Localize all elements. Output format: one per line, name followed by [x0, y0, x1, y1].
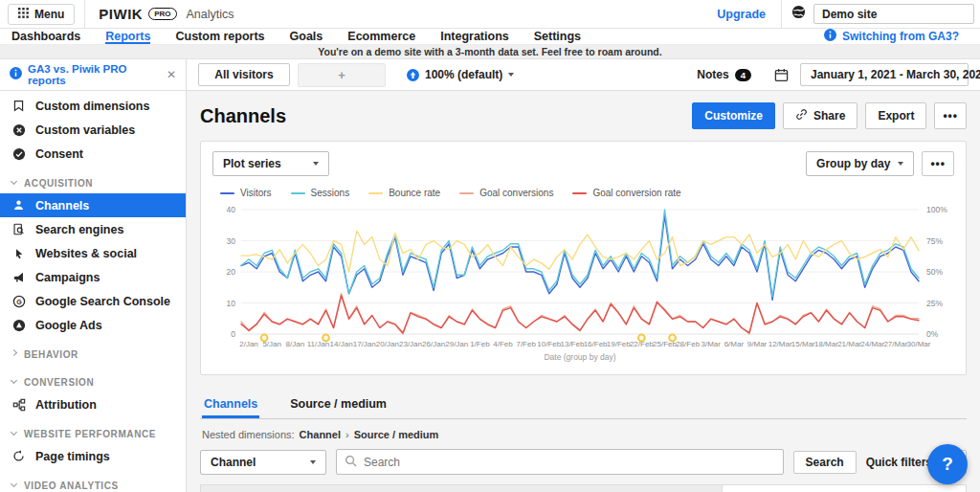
svg-text:25%: 25%: [926, 299, 943, 308]
app-window: Menu PIWIK PRO Analytics Upgrade Demo si…: [0, 0, 980, 492]
sub-tab-source-medium[interactable]: Source / medium: [288, 391, 389, 418]
google-search-console-icon: G: [11, 295, 26, 308]
chevron-down-icon: [11, 429, 17, 436]
legend-swatch: [459, 192, 474, 194]
legend-swatch: [368, 192, 383, 194]
sidebar-item-label: Websites & social: [35, 247, 137, 260]
legend-item-bounce-rate[interactable]: Bounce rate: [368, 188, 440, 198]
group-by-dropdown[interactable]: Group by day: [806, 151, 914, 176]
sidebar-section-acquisition[interactable]: ACQUISITION: [0, 172, 186, 193]
calendar-icon[interactable]: [774, 68, 789, 82]
chevron-down-icon: [508, 73, 514, 77]
ga3-vs-piwik-link[interactable]: GA3 vs. Piwik PRO reports: [28, 63, 161, 86]
sidebar-section-video-analytics[interactable]: VIDEO ANALYTICS: [0, 475, 186, 492]
more-options-button[interactable]: •••: [934, 102, 967, 129]
svg-text:14/Jan: 14/Jan: [330, 340, 353, 348]
chart-more-button[interactable]: •••: [922, 151, 954, 176]
search-engines-icon: [11, 223, 26, 235]
sidebar-item-campaigns[interactable]: Campaigns: [0, 265, 186, 289]
svg-text:10: 10: [227, 299, 236, 308]
legend-item-visitors[interactable]: Visitors: [220, 188, 272, 198]
legend-label: Visitors: [240, 188, 272, 198]
legend-item-goal-conversions[interactable]: Goal conversions: [459, 188, 553, 198]
export-button[interactable]: Export: [865, 102, 926, 129]
top-bar: Menu PIWIK PRO Analytics Upgrade Demo si…: [0, 0, 980, 29]
svg-text:13/Feb: 13/Feb: [561, 340, 585, 348]
legend-item-goal-conversion-rate[interactable]: Goal conversion rate: [572, 188, 680, 198]
sidebar-item-custom-variables[interactable]: Custom variables: [0, 118, 186, 142]
switching-from-ga3-link[interactable]: Switching from GA3?: [824, 29, 959, 44]
sidebar-item-google-search-console[interactable]: GGoogle Search Console: [0, 289, 186, 313]
nav-tab-dashboards[interactable]: Dashboards: [11, 29, 80, 44]
help-button[interactable]: ?: [927, 444, 968, 484]
close-icon[interactable]: ✕: [167, 69, 176, 80]
sidebar-item-search-engines[interactable]: Search engines: [0, 217, 186, 241]
search-box: [336, 449, 784, 475]
nav-tab-settings[interactable]: Settings: [534, 29, 581, 44]
svg-text:8/Jan: 8/Jan: [286, 340, 305, 348]
sidebar-item-page-timings[interactable]: Page timings: [0, 444, 186, 468]
consent-icon: [11, 147, 26, 161]
report-sub-tabs: ChannelsSource / medium: [200, 391, 967, 419]
switching-label: Switching from GA3?: [842, 30, 959, 43]
sidebar-item-websites-social[interactable]: Websites & social: [0, 241, 186, 265]
svg-text:27/Mar: 27/Mar: [883, 340, 907, 348]
legend-label: Goal conversion rate: [592, 188, 680, 198]
notes-button[interactable]: Notes 4: [697, 68, 751, 81]
svg-text:19/Feb: 19/Feb: [607, 340, 631, 348]
search-button[interactable]: Search: [793, 451, 857, 474]
svg-text:9/Mar: 9/Mar: [747, 340, 768, 348]
nav-tab-reports[interactable]: Reports: [105, 29, 150, 44]
sub-tab-channels[interactable]: Channels: [202, 391, 259, 418]
sidebar-section-conversion[interactable]: CONVERSION: [0, 371, 186, 392]
sidebar-section-behavior[interactable]: BEHAVIOR: [0, 344, 186, 365]
menu-button[interactable]: Menu: [8, 4, 75, 25]
svg-text:7/Feb: 7/Feb: [516, 340, 536, 348]
link-icon: [795, 108, 808, 123]
sidebar-item-channels[interactable]: Channels: [0, 193, 186, 217]
nav-tab-integrations[interactable]: Integrations: [440, 29, 509, 44]
sidebar-item-attribution[interactable]: Attribution: [0, 392, 186, 416]
traffic-scope-icon: [407, 69, 419, 81]
section-label: WEBSITE PERFORMANCE: [24, 429, 156, 439]
legend-item-sessions[interactable]: Sessions: [291, 188, 350, 198]
report-toolbar: GA3 vs. Piwik PRO reports ✕ All visitors…: [0, 59, 980, 91]
traffic-scope-label: 100% (default): [425, 68, 502, 81]
add-segment-button[interactable]: +: [298, 63, 386, 87]
search-input[interactable]: [364, 456, 775, 469]
share-button[interactable]: Share: [783, 102, 858, 129]
sidebar-item-google-ads[interactable]: Google Ads: [0, 313, 186, 337]
svg-text:24/Mar: 24/Mar: [860, 340, 884, 348]
all-visitors-button[interactable]: All visitors: [198, 63, 290, 86]
nav-tab-custom-reports[interactable]: Custom reports: [175, 29, 264, 44]
nav-tab-ecommerce[interactable]: Ecommerce: [347, 29, 415, 44]
upgrade-link[interactable]: Upgrade: [717, 8, 766, 21]
customize-button[interactable]: Customize: [692, 102, 775, 129]
campaigns-icon: [11, 271, 26, 283]
sidebar-item-custom-dimensions[interactable]: Custom dimensions: [0, 94, 186, 118]
plot-series-label: Plot series: [223, 157, 281, 170]
site-selector[interactable]: Demo site: [813, 4, 974, 24]
svg-text:29/Jan: 29/Jan: [445, 340, 468, 348]
notes-label: Notes: [697, 68, 728, 81]
sidebar-item-label: Custom dimensions: [35, 100, 149, 113]
chevron-down-icon: [11, 178, 17, 185]
main-panel: Channels Customize Share Export ••• Plot…: [187, 91, 980, 492]
main-nav: DashboardsReportsCustom reportsGoalsEcom…: [0, 29, 980, 45]
svg-text:G: G: [16, 298, 22, 304]
page-header: Channels Customize Share Export •••: [200, 102, 967, 129]
legend-label: Goal conversions: [479, 188, 553, 198]
date-range-picker[interactable]: January 1, 2021 - March 30, 2021: [800, 63, 969, 86]
svg-text:2/Jan: 2/Jan: [239, 340, 258, 348]
sidebar-section-website-performance[interactable]: WEBSITE PERFORMANCE: [0, 423, 186, 444]
sidebar-item-consent[interactable]: Consent: [0, 142, 186, 166]
nested-dim-channel: Channel: [300, 429, 341, 440]
traffic-scope-dropdown[interactable]: 100% (default): [407, 68, 514, 81]
nav-tab-goals[interactable]: Goals: [290, 29, 323, 44]
piwik-pro-logo: PIWIK PRO Analytics: [99, 6, 234, 22]
sidebar-panel-header: GA3 vs. Piwik PRO reports ✕: [0, 59, 187, 90]
sidebar-item-label: Consent: [35, 147, 83, 161]
dimension-dropdown[interactable]: Channel: [200, 450, 326, 475]
plot-series-dropdown[interactable]: Plot series: [212, 151, 329, 176]
svg-text:12/Mar: 12/Mar: [768, 340, 792, 348]
